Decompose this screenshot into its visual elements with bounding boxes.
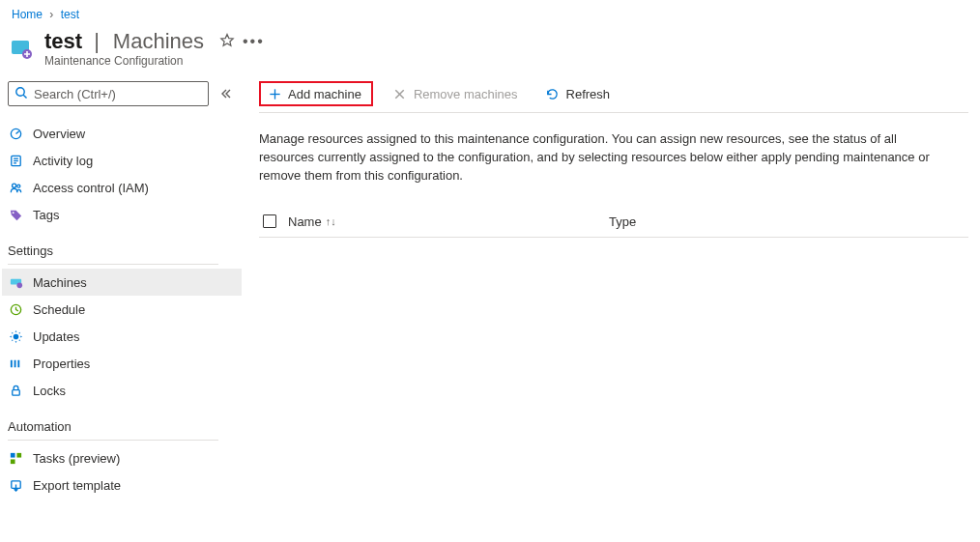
refresh-button[interactable]: Refresh (537, 82, 619, 105)
svg-point-3 (16, 87, 24, 95)
sidebar-item-tasks[interactable]: Tasks (preview) (2, 444, 242, 471)
sidebar-item-label: Machines (33, 275, 87, 290)
sidebar-item-activity-log[interactable]: Activity log (2, 147, 242, 174)
tag-icon (8, 207, 23, 222)
sidebar-item-label: Updates (33, 329, 79, 344)
toolbar-label: Refresh (566, 87, 611, 101)
sidebar-item-tags[interactable]: Tags (2, 201, 242, 228)
breadcrumb-home-link[interactable]: Home (12, 8, 43, 21)
sidebar-item-label: Activity log (33, 154, 93, 168)
overview-icon (8, 126, 23, 141)
favorite-star-icon[interactable] (219, 33, 235, 51)
add-machine-button[interactable]: Add machine (259, 81, 373, 106)
column-name-header[interactable]: Name ↑↓ (288, 214, 597, 229)
clock-icon (8, 301, 23, 317)
sidebar-item-label: Properties (33, 357, 90, 371)
tasks-icon (8, 450, 23, 466)
select-all-checkbox[interactable] (263, 214, 276, 228)
table-header: Name ↑↓ Type (259, 214, 968, 238)
sidebar-item-properties[interactable]: Properties (2, 350, 242, 377)
svg-rect-24 (10, 459, 14, 464)
sidebar-item-label: Export template (33, 478, 121, 493)
sidebar-group-settings: Settings (8, 234, 242, 262)
sidebar-item-overview[interactable]: Overview (2, 120, 242, 147)
breadcrumb: Home › test (0, 0, 980, 25)
svg-point-15 (16, 282, 22, 288)
column-name-label: Name (288, 214, 322, 229)
x-icon (392, 86, 408, 101)
collapse-sidebar-icon[interactable] (218, 87, 232, 100)
page-subtitle: Maintenance Configuration (44, 54, 265, 68)
properties-icon (8, 356, 23, 371)
machines-icon (8, 274, 23, 290)
chevron-right-icon: › (49, 8, 53, 21)
sidebar-item-label: Access control (IAM) (33, 181, 149, 195)
sidebar-item-updates[interactable]: Updates (2, 323, 242, 350)
sidebar-item-label: Locks (33, 384, 66, 398)
toolbar-label: Remove machines (414, 87, 518, 101)
remove-machines-button: Remove machines (385, 82, 526, 105)
sidebar-item-label: Overview (33, 127, 85, 141)
lock-icon (8, 383, 23, 398)
sidebar: Overview Activity log Ac (0, 81, 242, 542)
toolbar: Add machine Remove machines Refresh (259, 81, 968, 113)
svg-point-13 (12, 212, 14, 214)
svg-line-6 (15, 130, 18, 133)
main-content: Add machine Remove machines Refresh (242, 81, 980, 542)
people-icon (8, 180, 23, 195)
sidebar-group-automation: Automation (8, 410, 242, 438)
sidebar-item-machines[interactable]: Machines (2, 269, 242, 296)
plus-icon (267, 86, 282, 101)
export-template-icon (8, 477, 23, 493)
activity-log-icon (8, 153, 23, 168)
search-icon (14, 86, 28, 102)
svg-rect-23 (16, 452, 21, 457)
refresh-icon (545, 86, 561, 101)
svg-point-12 (16, 185, 19, 187)
svg-point-11 (12, 184, 15, 187)
page-title-name: test (44, 29, 82, 54)
sort-icon: ↑↓ (326, 215, 336, 227)
sidebar-item-access-control[interactable]: Access control (IAM) (2, 174, 242, 201)
svg-rect-22 (10, 452, 14, 457)
sidebar-item-locks[interactable]: Locks (2, 377, 242, 404)
maintenance-config-icon (8, 35, 35, 62)
toolbar-label: Add machine (288, 87, 361, 101)
page-title-section: Machines (113, 29, 204, 54)
column-type-header[interactable]: Type (609, 214, 636, 229)
search-input[interactable] (34, 87, 202, 101)
column-type-label: Type (609, 214, 636, 229)
sidebar-item-label: Tasks (preview) (33, 451, 120, 466)
sidebar-item-schedule[interactable]: Schedule (2, 296, 242, 323)
sidebar-item-label: Tags (33, 208, 59, 222)
more-actions-icon[interactable]: ••• (243, 38, 265, 45)
breadcrumb-current[interactable]: test (61, 8, 79, 21)
svg-point-17 (13, 333, 18, 339)
svg-line-4 (23, 95, 26, 98)
sidebar-item-label: Schedule (33, 302, 85, 317)
page-description: Manage resources assigned to this mainte… (259, 130, 955, 185)
page-header: test | Machines ••• Maintenance Configur… (0, 25, 980, 68)
sidebar-item-export-template[interactable]: Export template (2, 471, 242, 499)
title-divider: | (94, 29, 100, 54)
sidebar-search[interactable] (8, 81, 209, 106)
svg-rect-21 (12, 389, 19, 395)
gear-icon (8, 328, 23, 344)
